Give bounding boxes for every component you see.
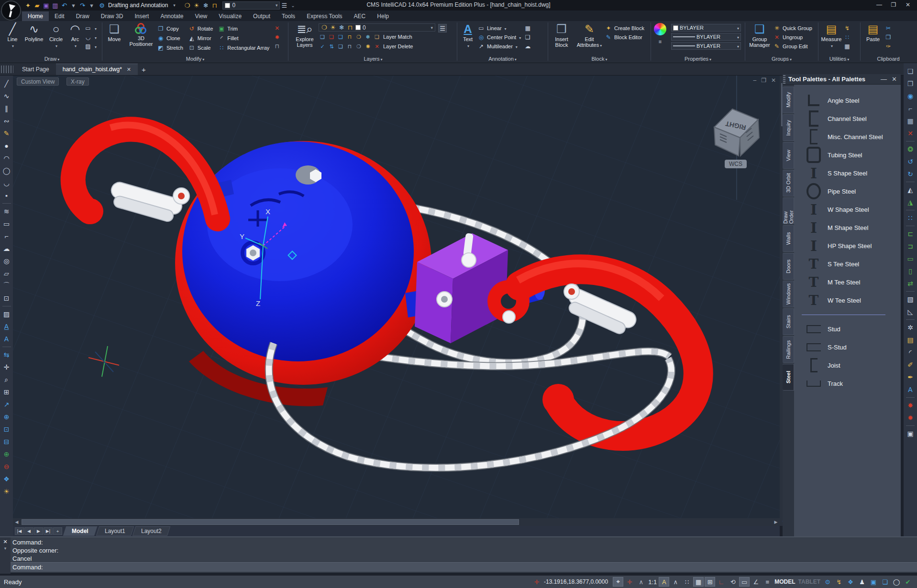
layout2-tab[interactable]: Layout2 [133, 526, 170, 536]
donut-tool-icon[interactable]: ◎ [1, 255, 12, 267]
palette-tab-inquiry[interactable]: Inquiry [783, 114, 794, 141]
maximize-button[interactable]: ❐ [886, 0, 901, 10]
tab-draw3d[interactable]: Draw 3D [95, 11, 129, 21]
macro-icon[interactable]: ↯ [834, 577, 844, 587]
arc-button[interactable]: ◠Arc [66, 21, 84, 53]
zoom-dynamic-icon[interactable]: ↗ [1, 398, 12, 411]
palette-tab-3d-orbit[interactable]: 3D Orbit [783, 170, 794, 196]
table-icon[interactable]: ▦ [524, 24, 531, 32]
chamfer-icon[interactable]: ◺ [905, 305, 916, 318]
undo-caret-icon[interactable]: ▾ [69, 1, 77, 10]
zoom-box-icon[interactable]: ⊡ [1, 423, 12, 436]
block-editor-button[interactable]: ✎Block Editor [605, 33, 644, 41]
ribbon-layer-combo[interactable]: ❍ ☀ ❄ ⊓ 0 ▾ [319, 23, 435, 32]
close-button[interactable]: ✕ [901, 0, 915, 10]
groups-panel-label[interactable]: Groups [746, 56, 817, 62]
palette-tab-stairs[interactable]: Stairs [783, 308, 794, 335]
redo-icon[interactable]: ↷ [78, 1, 87, 10]
circle-tool-icon[interactable]: ● [1, 140, 12, 152]
palette-item[interactable] [794, 309, 901, 320]
prev-tab-icon[interactable]: ◀ [24, 527, 33, 535]
center-point-button[interactable]: ◎Center Point [477, 33, 521, 41]
lineweight-combo[interactable]: BYLAYER [671, 33, 741, 41]
copy-clip-icon[interactable]: ❐ [884, 33, 892, 41]
palette-tab-modify[interactable]: Modify [783, 87, 794, 113]
reverse-icon[interactable]: ⇄ [905, 277, 916, 290]
text-style-icon[interactable]: A [1, 320, 12, 333]
palette-item[interactable]: S Shape Steel [794, 164, 901, 182]
move-button[interactable]: ❏Move [103, 21, 125, 53]
cloud-icon[interactable]: ☁ [524, 42, 531, 50]
palette-item[interactable]: HP Shape Steel [794, 237, 901, 255]
copy-icon[interactable]: ❐ [905, 77, 916, 90]
bulb-icon[interactable]: ❍ [321, 23, 328, 32]
palette-item[interactable]: W Shape Steel [794, 200, 901, 218]
explode-icon[interactable]: ✸ [905, 399, 916, 412]
trim-button[interactable]: ▣Trim [218, 24, 269, 33]
explode-icon[interactable]: ✸ [273, 33, 281, 41]
save-as-icon[interactable]: ▥ [51, 1, 59, 10]
palette-item[interactable]: Misc. Channel Steel [794, 128, 901, 146]
workspace-caret-icon[interactable]: ▾ [170, 1, 178, 10]
tablet-toggle[interactable]: TABLET [797, 577, 821, 587]
rectangle-tool-icon[interactable]: ▭ [1, 218, 12, 230]
match-properties-icon[interactable]: ✑ [884, 42, 892, 50]
tab-visualize[interactable]: Visualize [213, 11, 247, 21]
properties-panel-label[interactable]: Properties [652, 56, 744, 62]
text-button[interactable]: AText [458, 21, 477, 53]
new-file-icon[interactable]: ✦ [24, 1, 32, 10]
layer-thaw-icon[interactable]: ✺ [364, 43, 372, 50]
layer-match-button[interactable]: Layer Match [383, 34, 412, 40]
unlock-icon[interactable]: ⊓ [347, 23, 354, 32]
edit-text-icon[interactable]: A [905, 383, 916, 396]
layer-current-icon[interactable]: ❏ [328, 33, 335, 41]
palette-item[interactable]: W Tee Steel [794, 291, 901, 309]
zoom-out-icon[interactable]: ⊖ [1, 460, 12, 473]
snowflake-icon[interactable]: ❄ [338, 23, 345, 32]
viewport-minimize-button[interactable]: – [753, 77, 756, 84]
tab-view[interactable]: View [189, 11, 213, 21]
toolbar-grip[interactable] [1, 65, 13, 73]
redo-caret-icon[interactable]: ▾ [88, 1, 96, 10]
palette-item[interactable]: Angle Steel [794, 91, 901, 109]
layer-merge-icon[interactable]: ❏ [337, 43, 344, 50]
close-tab-icon[interactable]: ✕ [127, 66, 131, 73]
layer-walk-icon[interactable]: ⇅ [328, 43, 335, 50]
layer-freeze-icon[interactable]: ❄ [364, 33, 372, 41]
palette-tab-railings[interactable]: Railings [783, 336, 794, 363]
bulb-icon[interactable]: ❍ [183, 1, 191, 10]
start-page-tab[interactable]: Start Page [15, 64, 56, 75]
mirror-button[interactable]: ◭Mirror [188, 34, 213, 42]
edit-attributes-button[interactable]: ✎Edit Attributes [574, 21, 605, 53]
layer-match-icon[interactable]: ❏ [373, 33, 381, 41]
zoom-window-icon[interactable]: ⊞ [1, 386, 12, 398]
revision-cloud-icon[interactable]: ☁ [1, 242, 12, 255]
tab-help[interactable]: Help [371, 11, 395, 21]
zoom-center-icon[interactable]: ⊕ [1, 411, 12, 423]
lineweight-toggle[interactable]: ≡ [762, 577, 773, 587]
command-close-icon[interactable]: ✕ [0, 537, 11, 546]
palette-item[interactable]: Joist [794, 356, 901, 374]
layer-states-icon[interactable]: ❏ [319, 33, 326, 41]
palette-item[interactable]: M Tee Steel [794, 273, 901, 291]
polar-track-toggle[interactable]: ⟲ [728, 577, 738, 587]
palette-minimize-icon[interactable]: — [881, 76, 887, 83]
pen-icon[interactable]: ✒ [905, 371, 916, 383]
wipeout-tool-icon[interactable]: ▱ [1, 267, 12, 280]
layer-lock-icon[interactable]: ⊓ [346, 33, 354, 41]
regen-icon[interactable]: ⇆ [1, 348, 12, 361]
xray-button[interactable]: X-ray [66, 77, 89, 86]
region-tool-icon[interactable]: ⊡ [1, 292, 12, 305]
viewport-close-button[interactable]: ✕ [771, 77, 776, 84]
multileader-button[interactable]: ↗Multileader [477, 42, 521, 50]
clone-button[interactable]: ◉Clone [157, 34, 183, 42]
zoom-extents-icon[interactable]: ⊟ [1, 436, 12, 448]
snap-marker-toggle[interactable]: ✛ [624, 577, 635, 587]
extend-icon[interactable]: ⊐ [905, 240, 916, 252]
annotation-scale[interactable]: 1:1 [647, 577, 658, 587]
fillet-button[interactable]: ◜Fillet [218, 34, 269, 42]
circle-button[interactable]: ○Circle [46, 21, 66, 53]
polyline-arc-icon[interactable]: ⌒ [1, 280, 12, 292]
arc-variant-icon[interactable]: ◡ [1, 177, 12, 189]
rotate-icon[interactable]: ↺ [905, 155, 916, 168]
